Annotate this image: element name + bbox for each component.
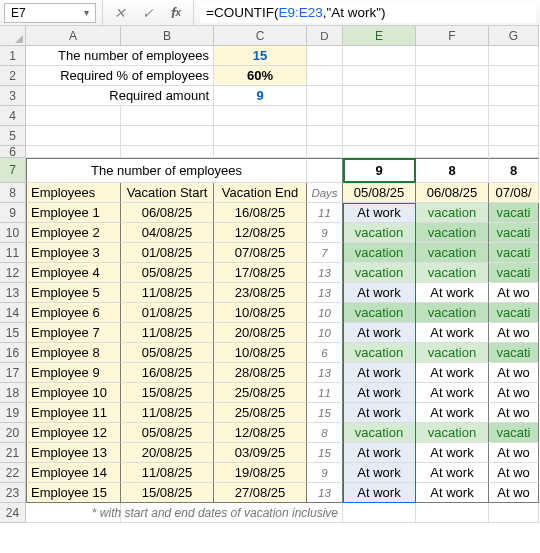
cell[interactable] bbox=[416, 46, 489, 66]
col-header-D[interactable]: D bbox=[307, 26, 343, 46]
days[interactable]: 10 bbox=[307, 323, 343, 343]
cell[interactable] bbox=[489, 126, 539, 146]
row-header-8[interactable]: 8 bbox=[0, 183, 26, 203]
vac-start[interactable]: 05/08/25 bbox=[121, 263, 214, 283]
status-cell[interactable]: vacati bbox=[489, 303, 539, 323]
vac-end[interactable]: 23/08/25 bbox=[214, 283, 307, 303]
emp-name[interactable]: Employee 5 bbox=[26, 283, 121, 303]
vac-start[interactable]: 15/08/25 bbox=[121, 483, 214, 503]
vac-start[interactable]: 16/08/25 bbox=[121, 363, 214, 383]
col-header-B[interactable]: B bbox=[121, 26, 214, 46]
row-header-9[interactable]: 9 bbox=[0, 203, 26, 223]
cell[interactable] bbox=[343, 106, 416, 126]
emp-name[interactable]: Employee 4 bbox=[26, 263, 121, 283]
status-cell[interactable]: vacati bbox=[489, 203, 539, 223]
status-cell[interactable]: vacation bbox=[343, 423, 416, 443]
vac-end[interactable]: 25/08/25 bbox=[214, 383, 307, 403]
days[interactable]: 7 bbox=[307, 243, 343, 263]
status-cell[interactable]: At work bbox=[343, 463, 416, 483]
emp-name[interactable]: Employee 6 bbox=[26, 303, 121, 323]
col-header-G[interactable]: G bbox=[489, 26, 539, 46]
vac-start[interactable]: 04/08/25 bbox=[121, 223, 214, 243]
hdr-vac-start[interactable]: Vacation Start bbox=[121, 183, 214, 203]
cell[interactable] bbox=[489, 86, 539, 106]
days[interactable]: 13 bbox=[307, 363, 343, 383]
status-cell[interactable]: At work bbox=[343, 283, 416, 303]
hdr-vac-end[interactable]: Vacation End bbox=[214, 183, 307, 203]
status-cell[interactable]: At work bbox=[343, 323, 416, 343]
value-req-pct[interactable]: 60% bbox=[214, 66, 307, 86]
cell[interactable] bbox=[26, 106, 121, 126]
status-cell[interactable]: At wo bbox=[489, 403, 539, 423]
cell[interactable] bbox=[489, 66, 539, 86]
vac-end[interactable]: 27/08/25 bbox=[214, 483, 307, 503]
days[interactable]: 9 bbox=[307, 463, 343, 483]
status-cell[interactable]: At work bbox=[416, 403, 489, 423]
status-cell[interactable]: vacati bbox=[489, 343, 539, 363]
status-cell[interactable]: vacation bbox=[343, 223, 416, 243]
status-cell[interactable]: At work bbox=[343, 443, 416, 463]
confirm-icon[interactable]: ✓ bbox=[137, 3, 159, 23]
cell[interactable] bbox=[416, 106, 489, 126]
cell[interactable] bbox=[416, 86, 489, 106]
status-cell[interactable]: At work bbox=[416, 323, 489, 343]
status-cell[interactable]: vacation bbox=[343, 303, 416, 323]
hdr-employees[interactable]: Employees bbox=[26, 183, 121, 203]
vac-end[interactable]: 16/08/25 bbox=[214, 203, 307, 223]
status-cell[interactable]: At work bbox=[416, 283, 489, 303]
cell[interactable] bbox=[343, 146, 416, 158]
days[interactable]: 15 bbox=[307, 443, 343, 463]
cancel-icon[interactable]: ✕ bbox=[109, 3, 131, 23]
vac-end[interactable]: 07/08/25 bbox=[214, 243, 307, 263]
emp-name[interactable]: Employee 10 bbox=[26, 383, 121, 403]
cell[interactable] bbox=[416, 503, 489, 523]
name-box[interactable]: E7 ▾ bbox=[4, 3, 96, 23]
vac-end[interactable]: 17/08/25 bbox=[214, 263, 307, 283]
status-cell[interactable]: vacati bbox=[489, 263, 539, 283]
cell[interactable] bbox=[343, 126, 416, 146]
count-g[interactable]: 8 bbox=[489, 158, 539, 183]
vac-end[interactable]: 20/08/25 bbox=[214, 323, 307, 343]
emp-name[interactable]: Employee 12 bbox=[26, 423, 121, 443]
vac-end[interactable]: 12/08/25 bbox=[214, 423, 307, 443]
value-req-amt[interactable]: 9 bbox=[214, 86, 307, 106]
status-cell[interactable]: At work bbox=[416, 463, 489, 483]
formula-input[interactable]: =COUNTIF(E9:E23,"At work") bbox=[200, 3, 536, 23]
row-header-15[interactable]: 15 bbox=[0, 323, 26, 343]
vac-start[interactable]: 01/08/25 bbox=[121, 243, 214, 263]
date-e[interactable]: 05/08/25 bbox=[343, 183, 416, 203]
cell[interactable] bbox=[121, 106, 214, 126]
vac-start[interactable]: 11/08/25 bbox=[121, 323, 214, 343]
row-header-22[interactable]: 22 bbox=[0, 463, 26, 483]
status-cell[interactable]: vacation bbox=[343, 263, 416, 283]
chevron-down-icon[interactable]: ▾ bbox=[84, 7, 89, 18]
vac-start[interactable]: 06/08/25 bbox=[121, 203, 214, 223]
row-header-12[interactable]: 12 bbox=[0, 263, 26, 283]
col-header-F[interactable]: F bbox=[416, 26, 489, 46]
row-header-1[interactable]: 1 bbox=[0, 46, 26, 66]
row-header-2[interactable]: 2 bbox=[0, 66, 26, 86]
cell[interactable] bbox=[489, 146, 539, 158]
col-header-E[interactable]: E bbox=[343, 26, 416, 46]
select-all-corner[interactable] bbox=[0, 26, 26, 46]
status-cell[interactable]: At work bbox=[343, 203, 416, 223]
status-cell[interactable]: vacation bbox=[416, 343, 489, 363]
days[interactable]: 13 bbox=[307, 283, 343, 303]
vac-start[interactable]: 11/08/25 bbox=[121, 283, 214, 303]
row-header-5[interactable]: 5 bbox=[0, 126, 26, 146]
row-header-23[interactable]: 23 bbox=[0, 483, 26, 503]
vac-start[interactable]: 20/08/25 bbox=[121, 443, 214, 463]
label-num-employees[interactable]: The number of employees bbox=[26, 46, 214, 66]
row-header-20[interactable]: 20 bbox=[0, 423, 26, 443]
row-header-24[interactable]: 24 bbox=[0, 503, 26, 523]
emp-name[interactable]: Employee 11 bbox=[26, 403, 121, 423]
cell[interactable] bbox=[489, 503, 539, 523]
vac-end[interactable]: 12/08/25 bbox=[214, 223, 307, 243]
cell[interactable] bbox=[307, 46, 343, 66]
cell[interactable] bbox=[416, 126, 489, 146]
cell[interactable] bbox=[307, 86, 343, 106]
count-f[interactable]: 8 bbox=[416, 158, 489, 183]
cell[interactable] bbox=[307, 146, 343, 158]
vac-end[interactable]: 28/08/25 bbox=[214, 363, 307, 383]
status-cell[interactable]: At work bbox=[416, 363, 489, 383]
